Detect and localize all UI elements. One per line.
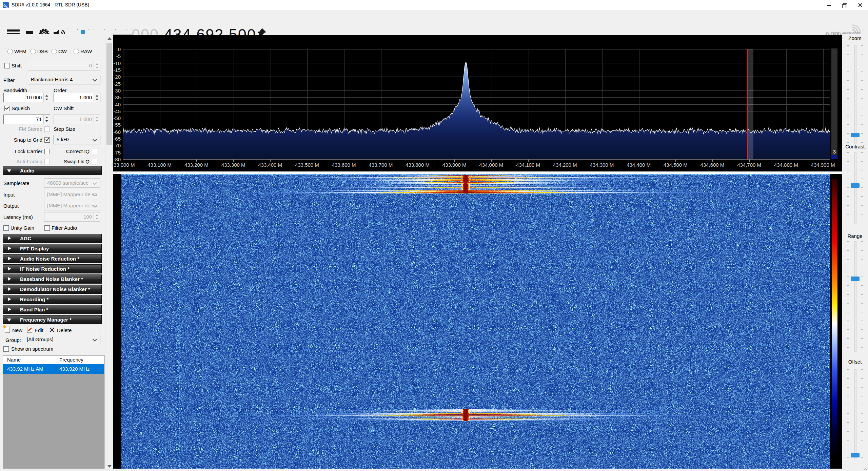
db-axis-label: -75 <box>107 150 121 156</box>
chevron-right-icon <box>8 287 11 291</box>
filter-audio-checkbox[interactable] <box>44 225 50 231</box>
slider-track[interactable] <box>854 241 856 352</box>
freq-axis-label: 434,900 M <box>804 162 842 168</box>
freq-axis-label: 434,700 M <box>731 162 768 168</box>
mode-radio-dsb[interactable] <box>31 49 36 54</box>
correct-iq-checkbox[interactable] <box>92 149 97 154</box>
freq-axis-tick <box>528 160 529 162</box>
shift-spinner[interactable] <box>94 61 100 70</box>
shift-value: 0 <box>89 61 92 70</box>
section-header-audio[interactable]: Audio <box>3 166 102 175</box>
section-header-audio-noise-reduction[interactable]: Audio Noise Reduction * <box>3 254 102 263</box>
panel-separator[interactable] <box>113 171 842 174</box>
delete-button[interactable]: Delete <box>57 327 72 333</box>
scroll-down-icon[interactable] <box>107 465 112 468</box>
freq-axis-tick <box>344 160 344 162</box>
db-axis-label: -35 <box>107 95 121 100</box>
section-header-fft-display[interactable]: FFT Display <box>3 244 102 253</box>
swap-iq-checkbox[interactable] <box>92 159 97 164</box>
column-header-frequency[interactable]: Frequency <box>59 357 83 363</box>
db-axis-label: -25 <box>107 81 121 87</box>
slider-ticks <box>847 45 849 144</box>
zoom-slider[interactable] <box>843 45 867 144</box>
bandwidth-label: Bandwidth <box>3 87 27 93</box>
tuning-bandwidth-band[interactable] <box>748 49 753 159</box>
freq-axis-tick <box>749 160 750 162</box>
section-header-demodulator-noise-blanker[interactable]: Demodulator Noise Blanker * <box>3 285 102 294</box>
cw-shift-input[interactable]: 1 000 <box>54 115 100 124</box>
range-slider-thumb[interactable] <box>851 277 860 281</box>
offset-slider[interactable] <box>843 369 867 458</box>
column-divider <box>57 356 57 363</box>
latency-spinner <box>94 212 100 221</box>
slider-track[interactable] <box>854 152 856 224</box>
freq-axis-tick <box>491 160 492 162</box>
squelch-checkbox[interactable] <box>4 106 10 111</box>
freq-axis-label: 433,000 M <box>104 162 141 168</box>
scroll-up-icon[interactable] <box>107 37 112 40</box>
toolbar: 000.434.692.500 AIRSPY <box>0 10 868 34</box>
new-button[interactable]: New <box>12 327 22 333</box>
chevron-right-icon <box>8 277 11 281</box>
cw-shift-spinner[interactable] <box>94 115 100 124</box>
cell-name: 433,92 MHz AM <box>7 364 43 374</box>
lock-carrier-checkbox[interactable] <box>44 149 50 154</box>
spectrum-canvas[interactable] <box>123 49 830 159</box>
table-header[interactable]: Name Frequency <box>3 355 104 365</box>
section-header-recording[interactable]: Recording * <box>3 295 102 304</box>
group-dropdown[interactable]: [All Groups] <box>24 335 100 344</box>
order-input[interactable]: 1 000 <box>54 93 100 102</box>
filter-dropdown[interactable]: Blackman-Harris 4 <box>28 75 100 84</box>
output-label: Output <box>3 203 19 209</box>
output-value: [MME] Mappeur de so <box>47 203 97 208</box>
tuning-line[interactable] <box>747 49 748 159</box>
db-axis-label: -30 <box>107 88 121 94</box>
db-axis-label: -50 <box>107 115 121 121</box>
order-spinner[interactable] <box>94 93 100 102</box>
table-row[interactable]: 433,92 MHz AM433,920 MHz <box>3 364 104 374</box>
db-axis-label: -40 <box>107 102 121 107</box>
contrast-slider[interactable] <box>843 152 867 224</box>
section-label: Baseband Noise Blanker * <box>20 275 83 283</box>
shift-checkbox[interactable] <box>4 63 10 68</box>
contrast-slider-thumb[interactable] <box>851 183 860 188</box>
section-header-frequency-manager[interactable]: Frequency Manager * <box>3 315 102 324</box>
squelch-input[interactable]: 71 <box>3 115 50 124</box>
freq-axis-tick <box>270 160 271 162</box>
snap-to-grid-checkbox[interactable] <box>44 137 50 143</box>
mode-radio-wfm[interactable] <box>7 49 13 54</box>
range-slider[interactable] <box>843 241 867 352</box>
step-size-dropdown[interactable]: 5 kHz <box>54 135 100 144</box>
squelch-spinner[interactable] <box>43 115 50 124</box>
latency-value: 100 <box>83 212 92 221</box>
slider-track[interactable] <box>854 369 856 458</box>
unity-gain-checkbox[interactable] <box>3 225 9 231</box>
freq-axis-label: 434,400 M <box>620 162 657 168</box>
restore-button[interactable] <box>837 0 852 10</box>
minimize-button[interactable] <box>821 0 837 10</box>
edit-button[interactable]: Edit <box>35 327 43 333</box>
freq-axis-tick <box>786 160 786 162</box>
column-header-name[interactable]: Name <box>7 357 21 363</box>
section-label: Demodulator Noise Blanker * <box>20 285 90 293</box>
offset-slider-thumb[interactable] <box>851 453 860 457</box>
cell-frequency: 433,920 MHz <box>59 364 90 374</box>
freq-axis-tick <box>307 160 307 162</box>
section-header-if-noise-reduction[interactable]: IF Noise Reduction * <box>3 264 102 273</box>
section-header-baseband-noise-blanker[interactable]: Baseband Noise Blanker * <box>3 274 102 284</box>
mode-radio-cw[interactable] <box>52 49 57 54</box>
section-header-band-plan[interactable]: Band Plan * <box>3 305 102 314</box>
bandwidth-input[interactable]: 10 000 <box>3 93 50 102</box>
section-header-agc[interactable]: AGC <box>3 234 102 243</box>
close-button[interactable] <box>852 0 868 10</box>
zoom-slider-thumb[interactable] <box>851 133 860 137</box>
mode-radio-raw[interactable] <box>74 49 79 54</box>
slider-track[interactable] <box>854 45 856 144</box>
frequency-table[interactable]: Name Frequency 433,92 MHz AM433,920 MHz <box>3 355 104 469</box>
waterfall-canvas[interactable] <box>121 174 830 469</box>
bandwidth-spinner[interactable] <box>43 93 50 102</box>
freq-axis-label: 434,100 M <box>510 162 547 168</box>
show-on-spectrum-checkbox[interactable] <box>3 346 9 352</box>
resize-grip[interactable] <box>863 468 867 470</box>
shift-input[interactable]: 0 <box>28 61 100 70</box>
